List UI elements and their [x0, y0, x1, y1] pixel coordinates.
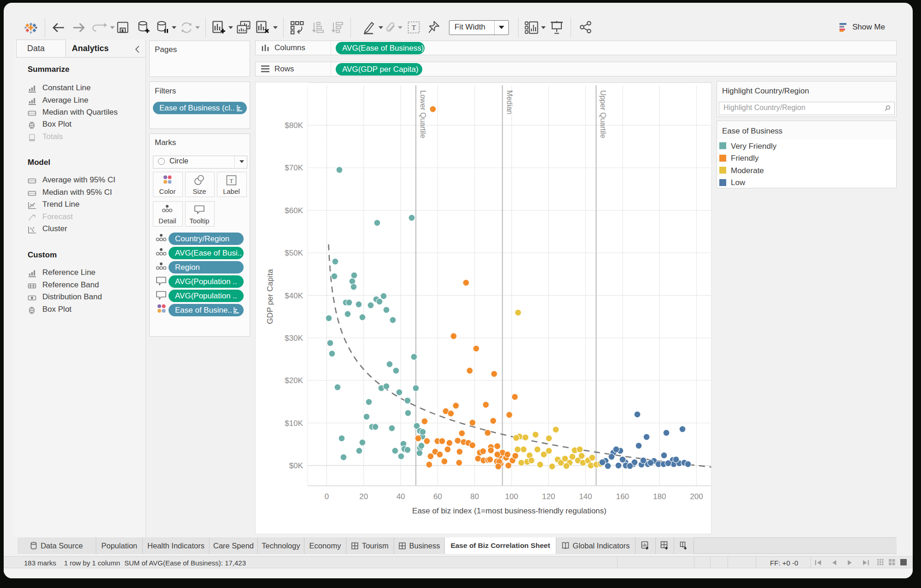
svg-text:$70K: $70K [285, 163, 303, 172]
svg-text:180: 180 [653, 492, 666, 501]
svg-text:Upper Quartile: Upper Quartile [599, 90, 607, 138]
svg-text:Median: Median [506, 90, 513, 114]
svg-text:$0K: $0K [289, 461, 303, 470]
svg-text:0: 0 [325, 492, 329, 501]
svg-text:200: 200 [690, 492, 703, 501]
svg-text:80: 80 [470, 492, 479, 501]
svg-text:$30K: $30K [285, 334, 303, 343]
svg-text:$80K: $80K [285, 121, 303, 130]
svg-text:140: 140 [579, 492, 592, 501]
svg-text:$40K: $40K [285, 291, 303, 300]
svg-text:40: 40 [396, 492, 405, 501]
svg-text:Lower Quartile: Lower Quartile [419, 90, 427, 138]
svg-text:$60K: $60K [285, 206, 303, 215]
svg-text:$10K: $10K [285, 419, 303, 428]
svg-text:T: T [230, 177, 233, 184]
svg-text:100: 100 [505, 492, 518, 501]
svg-text:120: 120 [542, 492, 555, 501]
svg-text:Ease of biz index (1=most busi: Ease of biz index (1=most business-frien… [412, 506, 606, 515]
svg-text:20: 20 [359, 492, 368, 501]
svg-text:GDP per Capita: GDP per Capita [266, 269, 274, 324]
svg-text:$50K: $50K [285, 249, 303, 257]
svg-text:160: 160 [616, 492, 629, 501]
svg-text:T: T [412, 24, 416, 31]
svg-text:60: 60 [433, 492, 442, 501]
svg-text:$20K: $20K [285, 376, 303, 385]
